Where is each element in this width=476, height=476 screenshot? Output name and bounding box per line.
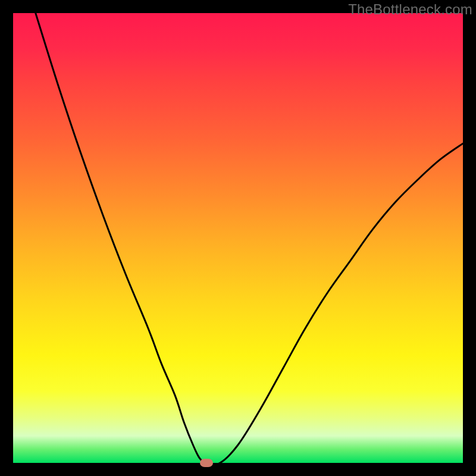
plot-area: [13, 13, 463, 463]
curve-svg: [13, 13, 463, 463]
watermark-text: TheBottleneck.com: [348, 1, 472, 18]
optimum-marker: [200, 459, 213, 467]
chart-frame: TheBottleneck.com: [0, 0, 476, 476]
bottleneck-curve: [36, 13, 463, 463]
